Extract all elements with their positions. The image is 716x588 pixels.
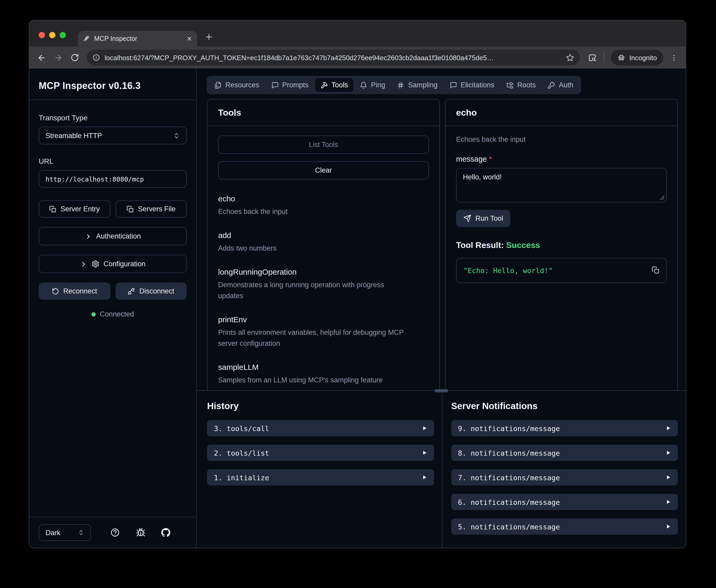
tab-elicitations[interactable]: Elicitations xyxy=(444,78,500,92)
url-text[interactable]: localhost:6274/?MCP_PROXY_AUTH_TOKEN=ec1… xyxy=(105,54,561,61)
tab-label: Roots xyxy=(517,81,536,89)
server-notifications-panel: Server Notifications 9. notifications/me… xyxy=(442,391,686,548)
server-entry-button[interactable]: Server Entry xyxy=(39,201,110,218)
reconnect-button[interactable]: Reconnect xyxy=(39,282,110,300)
authentication-expander[interactable]: Authentication xyxy=(39,227,187,245)
tab-auth[interactable]: Auth xyxy=(542,78,579,92)
browser-window: MCP Inspector xyxy=(29,20,686,548)
connection-status-label: Connected xyxy=(100,310,134,318)
reload-icon[interactable] xyxy=(71,54,79,62)
toolbar-divider xyxy=(604,52,604,63)
tools-panel: Tools List Tools Clear echo xyxy=(207,99,440,390)
configuration-expander[interactable]: Configuration xyxy=(39,255,187,273)
browser-menu-icon[interactable] xyxy=(670,54,678,61)
run-tool-button[interactable]: Run Tool xyxy=(456,210,511,227)
notification-item-label: 6. notifications/message xyxy=(458,498,560,506)
browser-toolbar: localhost:6274/?MCP_PROXY_AUTH_TOKEN=ec1… xyxy=(29,46,686,68)
expand-arrow-icon[interactable] xyxy=(665,450,671,456)
tool-list-item[interactable]: printEnv Prints all environment variable… xyxy=(218,315,429,349)
tab-label: Tools xyxy=(331,81,348,89)
tab-tools[interactable]: Tools xyxy=(315,78,354,92)
expand-arrow-icon[interactable] xyxy=(421,425,427,431)
copy-result-icon[interactable] xyxy=(652,266,659,274)
help-icon[interactable] xyxy=(110,528,120,537)
tool-list-item[interactable]: sampleLLM Samples from an LLM using MCP'… xyxy=(218,362,429,386)
key-icon xyxy=(548,81,555,89)
close-window-button[interactable] xyxy=(39,32,45,38)
expand-arrow-icon[interactable] xyxy=(665,475,671,480)
required-marker: * xyxy=(489,155,492,163)
copy-icon xyxy=(49,205,56,213)
tab-close-icon[interactable] xyxy=(186,36,193,42)
panel-resize-divider[interactable] xyxy=(197,390,686,391)
mcp-logo-favicon xyxy=(83,35,90,42)
history-item-label: 3. tools/call xyxy=(214,424,269,433)
minimize-window-button[interactable] xyxy=(49,32,56,38)
tool-name: sampleLLM xyxy=(218,362,429,371)
tool-result-label: Tool Result: xyxy=(456,240,504,250)
address-bar[interactable]: localhost:6274/?MCP_PROXY_AUTH_TOKEN=ec1… xyxy=(87,50,580,65)
tool-name: longRunningOperation xyxy=(218,267,429,276)
history-item[interactable]: 2. tools/list xyxy=(207,445,434,461)
tab-prompts[interactable]: Prompts xyxy=(265,78,314,92)
site-info-icon[interactable] xyxy=(92,54,100,61)
expand-arrow-icon[interactable] xyxy=(665,425,671,431)
notification-item-label: 7. notifications/message xyxy=(458,473,560,482)
search-tabs-icon[interactable] xyxy=(588,53,597,62)
send-icon xyxy=(463,214,471,222)
theme-select[interactable]: Dark xyxy=(39,524,91,541)
disconnect-button[interactable]: Disconnect xyxy=(115,282,187,300)
tool-result-heading: Tool Result: Success xyxy=(456,240,667,250)
transport-type-select[interactable]: Streamable HTTP xyxy=(39,127,187,144)
back-icon[interactable] xyxy=(37,53,46,62)
list-tools-button[interactable]: List Tools xyxy=(218,135,429,154)
tool-list-item[interactable]: longRunningOperation Demonstrates a long… xyxy=(218,267,429,302)
history-item[interactable]: 1. initialize xyxy=(207,469,434,485)
notification-item-label: 8. notifications/message xyxy=(458,448,560,457)
tab-ping[interactable]: Ping xyxy=(354,78,391,92)
notification-item[interactable]: 6. notifications/message xyxy=(451,494,678,510)
history-item[interactable]: 3. tools/call xyxy=(207,420,434,436)
notification-item[interactable]: 5. notifications/message xyxy=(451,519,678,534)
bug-icon[interactable] xyxy=(136,528,145,537)
theme-value: Dark xyxy=(45,529,60,537)
browser-tab[interactable]: MCP Inspector xyxy=(78,31,197,46)
tab-roots[interactable]: Roots xyxy=(500,78,542,92)
browser-tab-strip: MCP Inspector xyxy=(29,20,686,46)
message-param-input[interactable]: Hello, world! xyxy=(456,168,667,203)
clear-tools-button[interactable]: Clear xyxy=(218,161,429,180)
expand-arrow-icon[interactable] xyxy=(665,524,671,529)
notification-item-label: 9. notifications/message xyxy=(458,424,560,433)
notification-item[interactable]: 7. notifications/message xyxy=(451,469,678,485)
incognito-badge: Incognito xyxy=(611,50,663,65)
tab-label: Elicitations xyxy=(460,81,494,89)
resize-grip-icon[interactable] xyxy=(659,195,665,201)
github-icon[interactable] xyxy=(161,528,171,537)
expand-arrow-icon[interactable] xyxy=(421,450,427,456)
toolbar-right-cluster: Incognito xyxy=(588,50,678,65)
zoom-window-button[interactable] xyxy=(60,32,66,38)
servers-file-button[interactable]: Servers File xyxy=(115,201,187,218)
reconnect-label: Reconnect xyxy=(63,287,97,295)
history-item-label: 1. initialize xyxy=(214,473,269,482)
tool-result-output: "Echo: Hello, world!" xyxy=(456,258,667,283)
server-url-input[interactable]: http://localhost:8080/mcp xyxy=(39,170,187,188)
forward-icon[interactable] xyxy=(54,53,63,62)
tool-name: printEnv xyxy=(218,315,429,323)
sidebar-footer: Dark xyxy=(29,517,196,548)
notification-item[interactable]: 8. notifications/message xyxy=(451,445,678,461)
tab-resources[interactable]: Resources xyxy=(209,78,265,92)
tab-title: MCP Inspector xyxy=(94,35,182,42)
resize-handle[interactable] xyxy=(434,389,448,392)
tool-list-item[interactable]: echo Echoes back the input xyxy=(218,194,429,218)
notification-item-label: 5. notifications/message xyxy=(458,522,560,531)
window-controls xyxy=(39,32,66,38)
tool-runner-panel: echo Echoes back the input message * Hel… xyxy=(445,99,678,390)
expand-arrow-icon[interactable] xyxy=(665,499,671,505)
notification-item[interactable]: 9. notifications/message xyxy=(451,420,678,436)
new-tab-button[interactable] xyxy=(205,33,213,41)
expand-arrow-icon[interactable] xyxy=(421,475,427,480)
bookmark-star-icon[interactable] xyxy=(566,54,574,62)
tab-sampling[interactable]: Sampling xyxy=(391,78,443,92)
tool-list-item[interactable]: add Adds two numbers xyxy=(218,231,429,254)
